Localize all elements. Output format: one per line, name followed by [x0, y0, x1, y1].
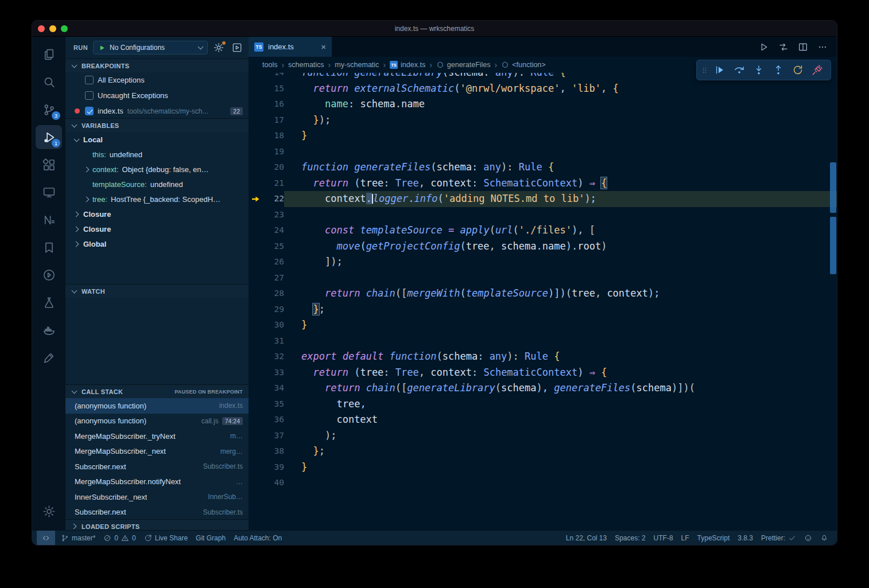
- gutter-glyph-margin[interactable]: [249, 112, 263, 128]
- line-number[interactable]: 40: [263, 475, 284, 491]
- activity-item-remote-explorer[interactable]: [36, 180, 62, 204]
- gutter-glyph-margin[interactable]: [249, 144, 263, 160]
- checkbox[interactable]: [85, 76, 94, 84]
- line-number[interactable]: 38: [263, 443, 284, 460]
- call-stack-frame[interactable]: MergeMapSubscriber._tryNextm…: [65, 429, 249, 444]
- line-number[interactable]: 28: [263, 286, 284, 302]
- line-number[interactable]: 30: [263, 317, 284, 333]
- line-number[interactable]: 35: [263, 396, 284, 412]
- line-number[interactable]: 32: [263, 349, 284, 365]
- code-line-40[interactable]: 40: [249, 475, 837, 491]
- line-number[interactable]: 22: [263, 191, 284, 207]
- gutter-glyph-margin[interactable]: [249, 286, 263, 302]
- activity-item-explorer[interactable]: [36, 42, 62, 67]
- call-stack-frame[interactable]: InnerSubscriber._nextInnerSub…: [65, 489, 249, 505]
- line-number[interactable]: 15: [263, 81, 284, 97]
- code-line-15[interactable]: 15 return externalSchematic('@nrwl/works…: [249, 81, 837, 97]
- call-stack-frame[interactable]: Subscriber.nextSubscriber.ts: [65, 459, 249, 474]
- debug-config-dropdown[interactable]: No Configurations: [93, 41, 208, 54]
- line-number[interactable]: 23: [263, 207, 284, 223]
- overview-ruler[interactable]: [829, 73, 837, 530]
- minimize-window-button[interactable]: [49, 25, 56, 32]
- status-live-share[interactable]: Live Share: [140, 531, 192, 545]
- gutter-glyph-margin[interactable]: [249, 128, 263, 144]
- status-auto-attach[interactable]: Auto Attach: On: [230, 531, 286, 545]
- gutter-glyph-margin[interactable]: [249, 96, 263, 112]
- disconnect-icon[interactable]: [808, 61, 826, 79]
- gutter-glyph-margin[interactable]: [249, 81, 263, 97]
- open-changes-icon[interactable]: [778, 42, 789, 52]
- gutter-glyph-margin[interactable]: [249, 302, 263, 318]
- line-number[interactable]: 24: [263, 223, 284, 239]
- titlebar[interactable]: index.ts — wrkschematics: [32, 21, 837, 37]
- zoom-window-button[interactable]: [61, 25, 68, 32]
- line-number[interactable]: 21: [263, 176, 284, 192]
- gutter-glyph-margin[interactable]: [249, 73, 263, 81]
- code-line-38[interactable]: 38 };: [249, 443, 837, 460]
- variables-scope-local[interactable]: Local: [65, 132, 249, 147]
- breakpoints-header[interactable]: BREAKPOINTS: [65, 59, 249, 72]
- call-stack-frame[interactable]: MergeMapSubscriber._nextmerg…: [65, 444, 249, 460]
- activity-item-docker[interactable]: [36, 318, 62, 342]
- status-cursor-position[interactable]: Ln 22, Col 13: [562, 531, 611, 545]
- code-line-20[interactable]: 20function generateFiles(schema: any): R…: [249, 159, 837, 176]
- variable-item[interactable]: context:Object {debug: false, en…: [65, 162, 249, 177]
- variable-item[interactable]: tree:HostTree {_backend: ScopedH…: [65, 192, 249, 207]
- code-line-32[interactable]: 32export default function(schema: any): …: [249, 349, 837, 365]
- line-number[interactable]: 16: [263, 96, 284, 112]
- call-stack-frame[interactable]: (anonymous function)index.ts: [65, 398, 249, 414]
- line-number[interactable]: 37: [263, 428, 284, 444]
- close-tab-icon[interactable]: ×: [321, 42, 326, 51]
- variables-scope-global[interactable]: Global: [65, 236, 249, 251]
- step-out-icon[interactable]: [769, 61, 787, 79]
- settings-gear-button[interactable]: [213, 42, 224, 53]
- debug-current-line-arrow[interactable]: [249, 191, 263, 207]
- gutter-glyph-margin[interactable]: [249, 443, 263, 460]
- gutter-glyph-margin[interactable]: [249, 365, 263, 381]
- activity-item-test-explorer[interactable]: [36, 290, 62, 314]
- checkbox[interactable]: [85, 91, 94, 100]
- code-line-24[interactable]: 24 const templateSource = apply(url('./f…: [249, 223, 837, 239]
- code-line-31[interactable]: 31: [249, 333, 837, 349]
- call-stack-header[interactable]: CALL STACK PAUSED ON BREAKPOINT: [65, 385, 249, 398]
- watch-header[interactable]: WATCH: [65, 285, 249, 298]
- code-editor[interactable]: 14function generateLibrary(schema: any):…: [249, 73, 837, 530]
- breadcrumb-generatefiles[interactable]: generateFiles: [436, 61, 491, 69]
- close-window-button[interactable]: [38, 25, 45, 32]
- activity-item-bookmarks[interactable]: [36, 235, 62, 259]
- status-git-branch[interactable]: master*: [57, 531, 99, 545]
- code-line-35[interactable]: 35 tree,: [249, 396, 837, 412]
- gutter-glyph-margin[interactable]: [249, 176, 263, 192]
- code-line-19[interactable]: 19: [249, 144, 837, 160]
- status-encoding[interactable]: UTF-8: [650, 531, 677, 545]
- variable-item[interactable]: templateSource:undefined: [65, 177, 249, 192]
- step-over-icon[interactable]: [730, 61, 748, 79]
- gutter-glyph-margin[interactable]: [249, 270, 263, 286]
- debug-console-button[interactable]: [231, 42, 243, 53]
- gutter-glyph-margin[interactable]: [249, 380, 263, 396]
- gutter-glyph-margin[interactable]: [249, 159, 263, 176]
- call-stack-frame[interactable]: (anonymous function)call.js74:24: [65, 414, 249, 429]
- status-ts-version[interactable]: 3.8.3: [734, 531, 757, 545]
- gutter-glyph-margin[interactable]: [249, 333, 263, 349]
- status-remote-indicator[interactable]: [37, 531, 55, 545]
- line-number[interactable]: 27: [263, 270, 284, 286]
- activity-item-settings-gear[interactable]: [36, 499, 62, 523]
- gutter-glyph-margin[interactable]: [249, 475, 263, 491]
- code-line-29[interactable]: 29 };: [249, 302, 837, 318]
- continue-icon[interactable]: [711, 61, 728, 79]
- gutter-glyph-margin[interactable]: [249, 207, 263, 223]
- activity-item-live-share[interactable]: [36, 263, 62, 287]
- call-stack-frame[interactable]: Subscriber.nextSubscriber.ts: [65, 505, 249, 520]
- status-language-mode[interactable]: TypeScript: [693, 531, 734, 545]
- code-line-17[interactable]: 17 });: [249, 112, 837, 128]
- code-line-36[interactable]: 36 context: [249, 412, 837, 428]
- code-line-39[interactable]: 39}: [249, 460, 837, 476]
- status-eol[interactable]: LF: [677, 531, 693, 545]
- gutter-glyph-margin[interactable]: [249, 317, 263, 333]
- code-line-16[interactable]: 16 name: schema.name: [249, 96, 837, 112]
- line-number[interactable]: 26: [263, 254, 284, 270]
- status-git-graph[interactable]: Git Graph: [192, 531, 230, 545]
- code-line-30[interactable]: 30}: [249, 317, 837, 333]
- gutter-glyph-margin[interactable]: [249, 428, 263, 444]
